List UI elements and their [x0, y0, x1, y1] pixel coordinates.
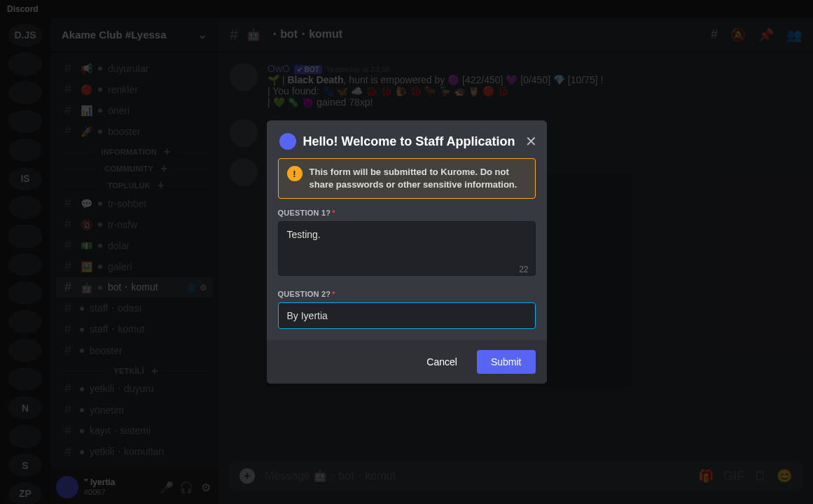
warning-icon: ! — [287, 166, 303, 181]
question-2-input[interactable] — [278, 302, 536, 329]
modal-avatar — [279, 133, 296, 150]
question-2-label: QUESTION 2?* — [278, 290, 536, 298]
question-1-label: QUESTION 1?* — [278, 209, 536, 217]
close-icon[interactable]: ✕ — [525, 133, 537, 150]
submit-button[interactable]: Submit — [477, 350, 536, 374]
modal-title: Hello! Welcome to Staff Application — [303, 134, 515, 149]
question-1-input[interactable] — [278, 221, 536, 276]
char-counter: 22 — [519, 265, 528, 274]
cancel-button[interactable]: Cancel — [412, 350, 471, 374]
modal-overlay: Hello! Welcome to Staff Application ✕ ! … — [0, 0, 813, 504]
warning-banner: ! This form will be submitted to Kurome.… — [278, 158, 536, 198]
staff-application-modal: Hello! Welcome to Staff Application ✕ ! … — [267, 120, 547, 383]
